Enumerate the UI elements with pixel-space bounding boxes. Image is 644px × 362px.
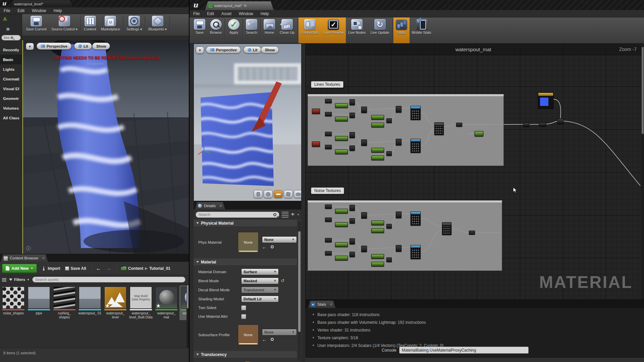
graph-node-green[interactable] xyxy=(371,221,384,225)
preview-shape-cube-button[interactable] xyxy=(284,190,293,198)
content-scrollbar[interactable] xyxy=(186,284,189,348)
blueprints-button[interactable]: Blueprints ▾ xyxy=(146,14,169,36)
lit-button[interactable]: Lit xyxy=(74,43,92,50)
asset-ref-thumbnail[interactable]: None xyxy=(238,232,259,253)
mode-item-recently[interactable]: Recently xyxy=(0,45,22,55)
browse-to-asset-icon[interactable] xyxy=(271,338,274,341)
graph-node-red[interactable] xyxy=(312,141,320,147)
menu-file[interactable]: File xyxy=(0,8,14,13)
graph-node-small[interactable] xyxy=(325,145,332,149)
apply-button[interactable]: Apply xyxy=(226,17,242,43)
sources-panel-icon[interactable] xyxy=(2,278,6,282)
graph-node-green[interactable] xyxy=(371,254,384,259)
source-control-button[interactable]: Source Control ▾ xyxy=(49,14,80,36)
dropdown-blend-mode[interactable]: Masked▼ xyxy=(241,278,279,284)
graph-node-red[interactable] xyxy=(312,109,320,114)
live-update-button[interactable]: Live Update xyxy=(368,17,392,43)
menu-edit[interactable]: Edit xyxy=(203,11,218,16)
graph-node-small[interactable] xyxy=(325,112,332,116)
graph-node-small[interactable] xyxy=(325,204,332,209)
comment-label-noise-textures[interactable]: Noise Textures xyxy=(311,187,344,194)
display-grid-icon[interactable] xyxy=(281,212,289,218)
graph-node-green[interactable] xyxy=(335,103,348,108)
chevron-down-icon[interactable]: ▼ xyxy=(297,213,300,216)
menu-help[interactable]: Help xyxy=(50,8,66,13)
breadcrumb-current[interactable]: Tutorial_01 xyxy=(149,266,170,271)
expand-chevrons-icon[interactable]: » xyxy=(6,25,10,33)
preview-shape-cylinder-button[interactable] xyxy=(254,190,263,198)
graph-node-green[interactable] xyxy=(335,242,348,247)
stats-tab[interactable]: ▸ Stats ✕ xyxy=(308,301,335,308)
mode-item-geometr[interactable]: Geometr xyxy=(0,94,22,103)
graph-node-dark[interactable] xyxy=(396,106,401,113)
asset-tile-waterspout-mat-6[interactable]: waterspout_ mat xyxy=(154,286,179,320)
use-selected-arrow-icon[interactable]: ← xyxy=(262,338,267,341)
asset-tile-noise-shapes-0[interactable]: noise_shapes xyxy=(1,286,26,316)
menu-edit[interactable]: Edit xyxy=(14,8,28,13)
section-header-translucency[interactable]: Translucency xyxy=(194,351,297,358)
clean-up-button[interactable]: Clean Up xyxy=(277,17,297,43)
graph-node-dark[interactable] xyxy=(350,113,355,118)
graph-node-dark[interactable] xyxy=(361,212,367,219)
dropdown-phys-material[interactable]: None▼ xyxy=(262,236,297,243)
material-graph[interactable]: waterspout_mat Zoom -7 Lines TexturesNoi… xyxy=(305,44,641,299)
browse-to-asset-icon[interactable] xyxy=(271,245,274,248)
live-preview-button[interactable]: Live Preview xyxy=(321,17,346,43)
asset-tile-waterspout-level-built-data-5[interactable]: Map Build Data Registrywaterspout_ level… xyxy=(128,286,153,320)
mode-item-all-class[interactable]: All Class xyxy=(0,113,22,123)
graph-node-green[interactable] xyxy=(371,228,384,233)
console-input[interactable] xyxy=(399,347,529,354)
details-search-input[interactable] xyxy=(199,213,273,217)
home-button[interactable]: Home xyxy=(261,17,277,43)
graph-node-tex[interactable] xyxy=(411,139,421,153)
mobile-stats-button[interactable]: Mobile Stats xyxy=(410,17,434,43)
checkbox-use-material-attri[interactable] xyxy=(241,314,246,319)
close-icon[interactable]: ✕ xyxy=(219,204,222,208)
graph-node-green[interactable] xyxy=(335,117,348,121)
dropdown-decal-blend-mode[interactable]: Translucent▼ xyxy=(241,287,279,293)
show-button[interactable]: Show xyxy=(92,43,110,50)
mode-item-visual-ef[interactable]: Visual Ef xyxy=(0,84,22,94)
use-selected-arrow-icon[interactable]: ← xyxy=(262,245,267,249)
graph-node-dark[interactable] xyxy=(396,212,401,218)
graph-node-parameter-blue[interactable] xyxy=(538,93,553,109)
checkbox-two-sided[interactable] xyxy=(241,305,246,310)
graph-node-dark[interactable] xyxy=(350,238,355,244)
graph-node-small[interactable] xyxy=(523,122,529,127)
content-button[interactable]: Content xyxy=(82,14,99,36)
material-preview-viewport[interactable]: z ▼ Perspective Lit Show xyxy=(194,44,302,201)
graph-node-small[interactable] xyxy=(386,257,392,262)
graph-node-bigtex[interactable] xyxy=(434,122,444,135)
details-tab[interactable]: Details ✕ xyxy=(195,202,225,209)
graph-node-dark[interactable] xyxy=(396,245,401,252)
graph-node-dark[interactable] xyxy=(350,99,355,105)
preview-shape-plane-button[interactable] xyxy=(274,190,283,198)
preview-lit-button[interactable]: Lit xyxy=(244,46,261,53)
graph-node-small[interactable] xyxy=(469,231,475,235)
asset-tile-waterspout-01-3[interactable]: waterspout_ 01 xyxy=(77,286,102,316)
graph-node-bigtex[interactable] xyxy=(442,222,451,235)
menu-file[interactable]: File xyxy=(190,11,203,16)
level-viewport[interactable]: ▼ Perspective Lit Show LIGHTING NEEDS TO… xyxy=(22,40,189,254)
graph-node-dark[interactable] xyxy=(361,139,367,146)
details-search[interactable] xyxy=(196,212,279,218)
section-header-material[interactable]: Material xyxy=(194,258,297,266)
preview-perspective-button[interactable]: Perspective xyxy=(206,46,241,53)
asset-search[interactable] xyxy=(32,277,185,283)
graph-node-small[interactable] xyxy=(456,123,462,127)
graph-node-small[interactable] xyxy=(386,224,392,229)
graph-node-small[interactable] xyxy=(325,218,332,222)
live-nodes-button[interactable]: Live Nodes xyxy=(346,17,368,43)
graph-node-dark[interactable] xyxy=(361,246,367,252)
asset-tile-rushing-shapes-2[interactable]: rushing_ shapes xyxy=(52,286,77,320)
graph-node-green[interactable] xyxy=(475,131,483,136)
details-scrollbar[interactable] xyxy=(298,221,301,361)
section-header-physical-material[interactable]: Physical Material xyxy=(194,220,297,227)
asset-tile-pipe-1[interactable]: pipe xyxy=(26,286,51,316)
graph-node-green[interactable] xyxy=(371,148,384,153)
search-button[interactable]: Search xyxy=(244,17,260,43)
info-icon[interactable]: i xyxy=(26,246,31,250)
preview-shape-teapot-button[interactable] xyxy=(294,190,302,198)
save-button[interactable]: Save xyxy=(192,17,208,43)
graph-node-dark[interactable] xyxy=(557,118,564,124)
